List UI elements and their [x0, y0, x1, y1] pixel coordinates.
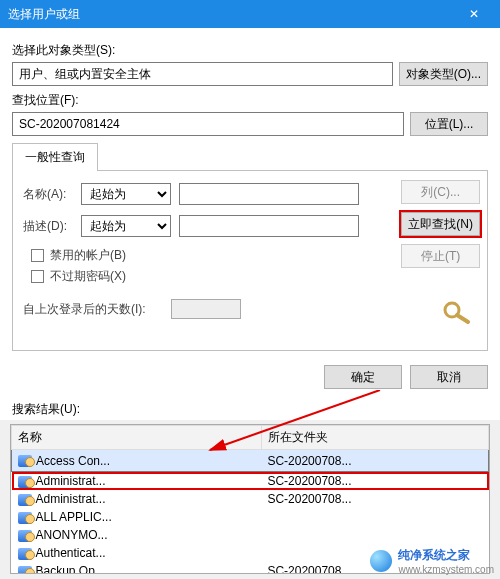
tab-strip: 一般性查询 [12, 142, 488, 171]
desc-field-label: 描述(D): [23, 218, 73, 235]
cancel-button[interactable]: 取消 [410, 365, 488, 389]
columns-button[interactable]: 列(C)... [401, 180, 480, 204]
object-type-label: 选择此对象类型(S): [12, 42, 488, 59]
user-icon [18, 530, 32, 542]
object-type-input[interactable] [12, 62, 393, 86]
search-icon [440, 300, 472, 324]
watermark-url: www.kzmsystem.com [398, 564, 494, 575]
never-expire-checkbox[interactable] [31, 270, 44, 283]
title-bar: 选择用户或组 ✕ [0, 0, 500, 28]
table-row[interactable]: Administrat...SC-20200708... [12, 472, 489, 491]
user-icon [18, 548, 32, 560]
watermark: 纯净系统之家 www.kzmsystem.com [370, 547, 494, 575]
name-mode-select[interactable]: 起始为 [81, 183, 171, 205]
name-field-label: 名称(A): [23, 186, 73, 203]
locations-button[interactable]: 位置(L)... [410, 112, 488, 136]
dialog-buttons: 确定 取消 [0, 357, 500, 397]
ok-button[interactable]: 确定 [324, 365, 402, 389]
object-types-button[interactable]: 对象类型(O)... [399, 62, 488, 86]
disabled-accounts-checkbox[interactable] [31, 249, 44, 262]
col-folder[interactable]: 所在文件夹 [261, 426, 488, 450]
table-row[interactable]: Access Con...SC-20200708... [12, 450, 489, 472]
disabled-accounts-label: 禁用的帐户(B) [50, 247, 126, 264]
side-buttons: 列(C)... 立即查找(N) 停止(T) [401, 180, 480, 268]
window-title: 选择用户或组 [8, 0, 80, 28]
close-icon[interactable]: ✕ [456, 0, 492, 28]
user-icon [18, 566, 32, 574]
user-icon [18, 494, 32, 506]
table-row[interactable]: ANONYMO... [12, 526, 489, 544]
user-icon [18, 512, 32, 524]
table-row[interactable]: ALL APPLIC... [12, 508, 489, 526]
results-label: 搜索结果(U): [0, 397, 500, 420]
desc-mode-select[interactable]: 起始为 [81, 215, 171, 237]
user-icon [18, 476, 32, 488]
stop-button[interactable]: 停止(T) [401, 244, 480, 268]
location-input[interactable] [12, 112, 404, 136]
find-now-button[interactable]: 立即查找(N) [401, 212, 480, 236]
never-expire-label: 不过期密码(X) [50, 268, 126, 285]
watermark-text: 纯净系统之家 [398, 547, 494, 564]
days-spinner[interactable] [171, 299, 241, 319]
col-name[interactable]: 名称 [12, 426, 262, 450]
watermark-logo [370, 550, 392, 572]
location-label: 查找位置(F): [12, 92, 488, 109]
name-input[interactable] [179, 183, 359, 205]
table-row[interactable]: Administrat...SC-20200708... [12, 490, 489, 508]
tab-general[interactable]: 一般性查询 [12, 143, 98, 171]
user-icon [18, 455, 32, 467]
svg-line-1 [457, 315, 468, 322]
desc-input[interactable] [179, 215, 359, 237]
days-since-login-label: 自上次登录后的天数(I): [23, 301, 163, 318]
